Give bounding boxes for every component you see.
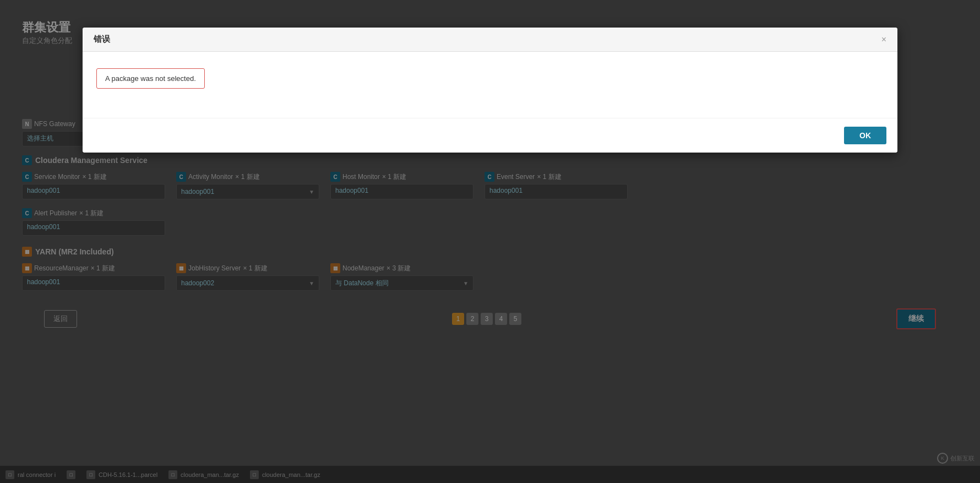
dialog-header: 错误 × [83,28,897,52]
error-dialog: 错误 × A package was not selected. OK [83,28,897,153]
dialog-body: A package was not selected. [83,52,897,118]
dialog-close-button[interactable]: × [881,35,886,44]
dialog-footer: OK [83,118,897,153]
error-message-box: A package was not selected. [96,68,205,89]
error-message-text: A package was not selected. [105,74,196,83]
dialog-title: 错误 [94,34,110,45]
ok-button[interactable]: OK [844,127,886,144]
